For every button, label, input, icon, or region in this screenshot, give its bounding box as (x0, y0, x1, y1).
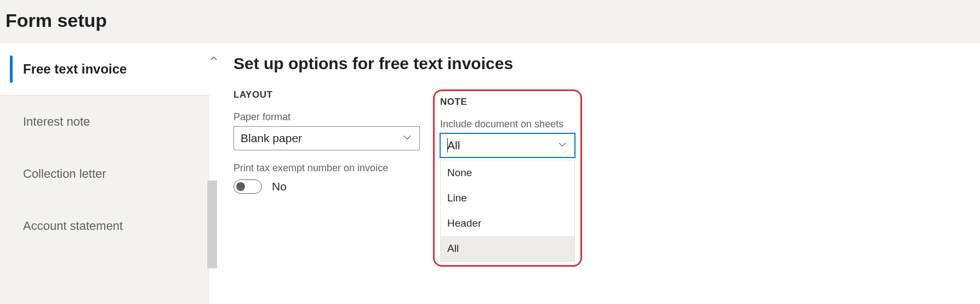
include-document-label: Include document on sheets (440, 119, 575, 130)
paper-format-field: Paper format Blank paper (233, 111, 420, 150)
print-tax-toggle-row: No (233, 179, 420, 194)
dropdown-option-label: All (447, 243, 459, 254)
dropdown-option-line[interactable]: Line (441, 185, 574, 211)
sidebar-item-label: Collection letter (23, 167, 106, 181)
collapse-sidebar-button[interactable] (208, 54, 219, 65)
dropdown-option-label: Header (447, 217, 481, 229)
print-tax-toggle[interactable] (233, 179, 262, 194)
dropdown-option-label: None (447, 167, 472, 178)
sidebar-item-free-text-invoice[interactable]: Free text invoice (0, 43, 209, 95)
chevron-down-icon (557, 139, 568, 153)
text-cursor (447, 138, 448, 153)
main-heading: Set up options for free text invoices (233, 54, 964, 73)
print-tax-value: No (272, 180, 287, 193)
sidebar-item-interest-note[interactable]: Interest note (0, 95, 209, 148)
chevron-up-icon (209, 54, 219, 66)
paper-format-select[interactable]: Blank paper (233, 126, 420, 150)
sidebar-item-label: Interest note (23, 115, 90, 129)
sidebar-item-collection-letter[interactable]: Collection letter (0, 148, 209, 200)
include-document-field: Include document on sheets All None (440, 119, 575, 262)
note-section-label: NOTE (440, 97, 575, 108)
include-document-dropdown: None Line Header All (440, 160, 575, 262)
sidebar-column: Free text invoice Interest note Collecti… (0, 43, 217, 304)
form-columns: LAYOUT Paper format Blank paper Print ta… (233, 89, 964, 267)
dropdown-option-label: Line (447, 192, 467, 204)
note-section-highlight: NOTE Include document on sheets All None (433, 89, 582, 267)
dropdown-option-header[interactable]: Header (441, 211, 574, 236)
paper-format-label: Paper format (233, 111, 420, 123)
dropdown-option-all[interactable]: All (441, 236, 574, 261)
paper-format-value: Blank paper (241, 132, 302, 145)
include-document-select[interactable]: All (440, 133, 575, 157)
page-header: Form setup (0, 0, 980, 43)
layout-section: LAYOUT Paper format Blank paper Print ta… (233, 89, 420, 206)
toggle-knob (236, 182, 245, 191)
sidebar-item-label: Free text invoice (23, 61, 127, 77)
sidebar-item-account-statement[interactable]: Account statement (0, 200, 209, 252)
main-content: Set up options for free text invoices LA… (217, 43, 980, 304)
sidebar-item-label: Account statement (23, 219, 123, 233)
body: Free text invoice Interest note Collecti… (0, 43, 980, 304)
chevron-down-icon (402, 132, 413, 145)
dropdown-option-none[interactable]: None (441, 160, 574, 185)
include-document-value: All (447, 139, 460, 152)
layout-section-label: LAYOUT (233, 89, 420, 100)
print-tax-label: Print tax exempt number on invoice (233, 162, 420, 174)
print-tax-field: Print tax exempt number on invoice No (233, 162, 420, 194)
sidebar-scrollbar[interactable] (207, 181, 217, 268)
sidebar: Free text invoice Interest note Collecti… (0, 43, 209, 304)
page-title: Form setup (5, 10, 975, 31)
